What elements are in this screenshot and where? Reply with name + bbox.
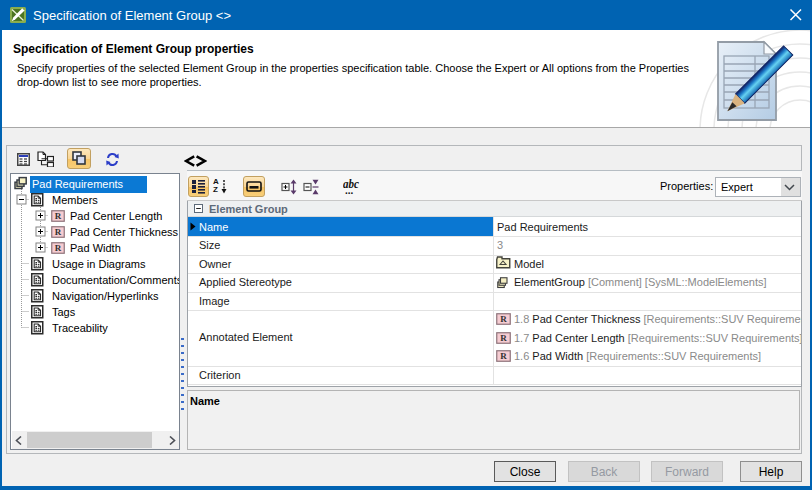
svg-text:R: R <box>500 351 507 361</box>
svg-text:R: R <box>500 333 507 343</box>
svg-text:R: R <box>500 314 507 324</box>
